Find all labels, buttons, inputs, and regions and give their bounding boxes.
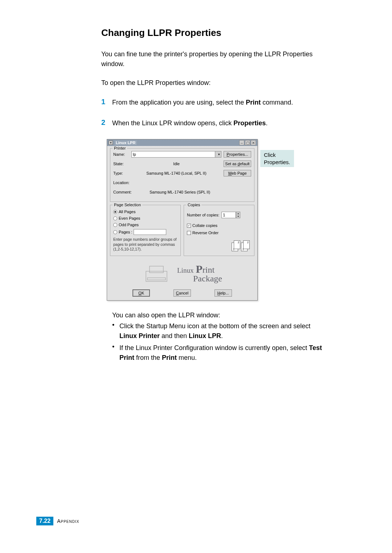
bullet-2: • If the Linux Printer Configuration win… bbox=[112, 343, 326, 363]
bullet-pre: Click the Startup Menu icon at the botto… bbox=[119, 322, 310, 330]
name-label: Name: bbox=[113, 152, 131, 156]
titlebar[interactable]: ▾ Linux LPR – ▢ ✕ bbox=[107, 139, 257, 146]
collate-checkbox-row[interactable]: ✓ Collate copies bbox=[187, 223, 251, 228]
spinner-up-icon[interactable]: ▲ bbox=[236, 212, 240, 215]
type-label: Type: bbox=[113, 171, 131, 175]
reverse-label: Reverse Order bbox=[192, 231, 219, 235]
step-list: 1 From the application you are using, se… bbox=[101, 98, 326, 128]
set-default-button[interactable]: Set as default bbox=[224, 160, 251, 167]
copies-fieldset: Copies Number of copies: 1 ▲ ▼ ✓ Collate… bbox=[184, 205, 254, 256]
bullet-text: If the Linux Printer Configuration windo… bbox=[119, 343, 326, 363]
logo-package-text: Package bbox=[193, 274, 222, 283]
callout-line1: Click bbox=[264, 152, 276, 158]
logo-linux: Linux bbox=[177, 267, 193, 274]
printer-sketch-icon bbox=[142, 263, 171, 284]
printer-fieldset: Printer Name: lp ▾ Properties... State: … bbox=[110, 148, 254, 202]
radio-label: Odd Pages bbox=[119, 223, 139, 227]
radio-label: All Pages bbox=[119, 210, 135, 214]
bullet-icon: • bbox=[112, 343, 119, 363]
copies-spinner[interactable]: 1 bbox=[221, 212, 236, 218]
step-bold: Properties bbox=[233, 119, 266, 127]
cancel-button[interactable]: Cancel bbox=[173, 289, 191, 297]
copies-label: Number of copies: bbox=[187, 213, 219, 217]
svg-rect-1 bbox=[150, 266, 163, 273]
radio-icon bbox=[113, 230, 117, 234]
collate-preview-icon: 1 2 1 2 bbox=[232, 240, 250, 253]
chapter-num: 7. bbox=[39, 518, 44, 524]
page-selection-legend: Page Selection bbox=[113, 203, 142, 207]
step-prefix: When the Linux LPR window opens, click bbox=[112, 119, 233, 127]
callout: Click Properties. bbox=[260, 150, 294, 167]
bullet-bold: Print bbox=[162, 354, 177, 361]
comment-label: Comment: bbox=[113, 190, 131, 194]
page-title: Changing LLPR Properties bbox=[101, 27, 326, 38]
instruction-text: To open the LLPR Properties window: bbox=[101, 79, 326, 87]
post-intro: You can also open the LLPR window: bbox=[112, 312, 326, 319]
step-prefix: From the application you are using, sele… bbox=[112, 99, 246, 106]
logo-text: Linux Print Package bbox=[177, 264, 222, 282]
maximize-button[interactable]: ▢ bbox=[245, 140, 250, 145]
radio-even-pages[interactable]: Even Pages bbox=[113, 216, 177, 220]
svg-rect-2 bbox=[147, 278, 166, 280]
step-text: From the application you are using, sele… bbox=[112, 98, 293, 107]
page-num: 22 bbox=[44, 518, 50, 524]
collate-label: Collate copies bbox=[192, 223, 217, 228]
intro-paragraph: You can fine tune the printer's properti… bbox=[101, 49, 326, 69]
state-label: State: bbox=[113, 162, 131, 166]
radio-icon bbox=[113, 210, 117, 214]
radio-all-pages[interactable]: All Pages bbox=[113, 210, 177, 214]
dialog-container: ▾ Linux LPR – ▢ ✕ Printer Name: lp ▾ bbox=[107, 139, 332, 301]
step-suffix: . bbox=[266, 119, 268, 127]
footer-label: Appendix bbox=[57, 518, 79, 524]
bullet-bold: Linux LPR bbox=[189, 332, 221, 339]
ok-button[interactable]: OK bbox=[132, 289, 150, 297]
pages-input[interactable] bbox=[134, 229, 166, 235]
step-1: 1 From the application you are using, se… bbox=[101, 98, 326, 107]
logo-print-text: rint bbox=[203, 265, 215, 275]
bullet-bold: Linux Printer bbox=[119, 332, 160, 339]
radio-pages-custom[interactable]: Pages : bbox=[113, 229, 177, 235]
checkbox-icon bbox=[187, 231, 191, 235]
properties-button[interactable]: Properties... bbox=[224, 151, 251, 158]
close-button[interactable]: ✕ bbox=[251, 140, 256, 145]
step-number: 2 bbox=[101, 118, 112, 128]
name-value: lp bbox=[133, 152, 136, 156]
minimize-button[interactable]: – bbox=[239, 140, 244, 145]
state-value: Idle bbox=[131, 162, 221, 166]
checkbox-icon: ✓ bbox=[187, 224, 191, 228]
logo-area: Linux Print Package bbox=[110, 263, 254, 284]
radio-icon bbox=[113, 223, 117, 227]
bullet-post: . bbox=[221, 332, 223, 339]
radio-odd-pages[interactable]: Odd Pages bbox=[113, 223, 177, 227]
menu-icon[interactable]: ▾ bbox=[109, 141, 113, 145]
linux-lpr-dialog: ▾ Linux LPR – ▢ ✕ Printer Name: lp ▾ bbox=[107, 139, 258, 301]
reverse-checkbox-row[interactable]: Reverse Order bbox=[187, 231, 251, 235]
btn-text: roperties... bbox=[229, 152, 248, 156]
step-bold: Print bbox=[246, 99, 261, 106]
radio-icon bbox=[113, 216, 117, 220]
bullet-icon: • bbox=[112, 321, 119, 341]
step-text: When the Linux LPR window opens, click P… bbox=[112, 118, 268, 128]
radio-label: Pages : bbox=[119, 230, 132, 234]
post-dialog-section: You can also open the LLPR window: • Cli… bbox=[112, 312, 326, 363]
page-selection-fieldset: Page Selection All Pages Even Pages Odd … bbox=[110, 205, 181, 256]
step-2: 2 When the Linux LPR window opens, click… bbox=[101, 118, 326, 128]
bullet-mid: from the bbox=[134, 354, 162, 361]
chevron-down-icon: ▾ bbox=[218, 153, 220, 156]
bullet-pre: If the Linux Printer Configuration windo… bbox=[119, 344, 309, 351]
callout-line2: Properties. bbox=[264, 159, 290, 165]
page-footer: 7.22 Appendix bbox=[36, 517, 79, 525]
spinner-down-icon[interactable]: ▼ bbox=[236, 215, 240, 218]
printer-name-select[interactable]: lp ▾ bbox=[131, 151, 221, 158]
printer-legend: Printer bbox=[113, 146, 127, 150]
dialog-button-row: OK Cancel Help... bbox=[110, 289, 254, 297]
webpage-button[interactable]: Web Page bbox=[224, 170, 251, 176]
location-label: Location: bbox=[113, 180, 131, 185]
copies-legend: Copies bbox=[186, 203, 201, 207]
titlebar-text: Linux LPR bbox=[114, 141, 137, 145]
radio-label: Even Pages bbox=[119, 216, 140, 220]
bullet-post: menu. bbox=[177, 354, 197, 361]
pages-help-text: Enter page numbers and/or groups of page… bbox=[113, 237, 177, 252]
spinner-arrows[interactable]: ▲ ▼ bbox=[236, 212, 240, 218]
help-button[interactable]: Help... bbox=[215, 289, 232, 297]
